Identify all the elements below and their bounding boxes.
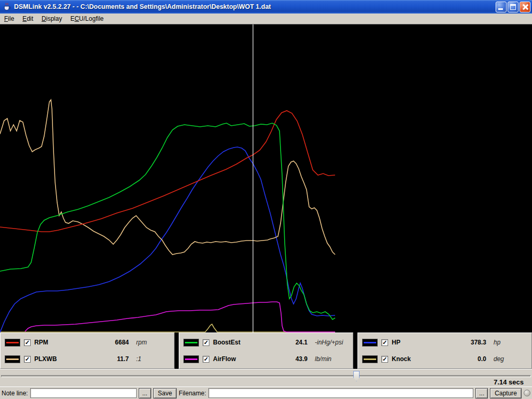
menu-display[interactable]: Display (37, 14, 66, 23)
hp-unit: hp (490, 339, 527, 346)
minimize-icon (498, 8, 503, 10)
airflow-swatch-icon (183, 355, 199, 363)
airflow-unit: lb/min (311, 355, 349, 363)
note-browse-button[interactable]: ... (139, 388, 151, 398)
legend-panel: ✓ RPM 6684 rpm ✓ PLXWB 11.7 :1 ✓ BoostEs… (0, 332, 532, 369)
airflow-value: 43.9 (296, 355, 308, 363)
close-icon (520, 2, 530, 12)
legend-row-hp: ✓ HP 378.3 hp (362, 335, 527, 350)
bottom-bar: Note line: ... Save Filename: ... Captur… (0, 387, 532, 399)
airflow-label: AirFlow (213, 355, 236, 363)
filename-label: Filename: (179, 390, 206, 397)
legend-row-knock: ✓ Knock 0.0 deg (362, 351, 527, 367)
slider-thumb[interactable] (353, 371, 360, 381)
hp-checkbox[interactable]: ✓ (381, 339, 388, 346)
check-icon: ✓ (204, 340, 208, 345)
rpm-value: 6684 (115, 339, 129, 346)
boostest-label: BoostEst (213, 339, 241, 346)
menu-file[interactable]: File (0, 14, 18, 23)
knock-checkbox[interactable]: ✓ (381, 356, 388, 363)
filename-input[interactable] (208, 388, 474, 398)
check-icon: ✓ (204, 356, 208, 362)
rpm-label: RPM (34, 339, 48, 346)
titlebar[interactable]: DSMLink v2.5.2.27 - - C:\Documents and S… (0, 0, 532, 14)
rpm-unit: rpm (132, 339, 170, 346)
menu-bar: FileEditDisplayECU/Logfile (0, 14, 532, 24)
filename-browse-button[interactable]: ... (475, 388, 488, 398)
maximize-icon (510, 4, 516, 10)
plxwb-label: PLXWB (34, 355, 57, 363)
rpm-checkbox[interactable]: ✓ (24, 339, 31, 346)
time-position-label: 7.14 secs (494, 378, 524, 386)
legend-group-1: ✓ RPM 6684 rpm ✓ PLXWB 11.7 :1 (0, 332, 175, 369)
airflow-checkbox[interactable]: ✓ (203, 356, 209, 363)
knock-unit: deg (490, 355, 527, 363)
knock-value: 0.0 (477, 355, 486, 363)
hp-value: 378.3 (471, 339, 486, 346)
boostest-value: 24.1 (296, 339, 308, 346)
chart-canvas[interactable] (0, 24, 532, 332)
check-icon: ✓ (382, 340, 387, 345)
java-app-icon (3, 2, 12, 11)
boostest-unit: -inHg/+psi (311, 339, 349, 346)
legend-row-boostest: ✓ BoostEst 24.1 -inHg/+psi (183, 335, 349, 350)
boostest-swatch-icon (183, 339, 199, 347)
plxwb-value: 11.7 (117, 355, 129, 363)
note-line-label: Note line: (2, 390, 28, 397)
rpm-swatch-icon (5, 339, 20, 347)
legend-row-plxwb: ✓ PLXWB 11.7 :1 (5, 351, 170, 367)
knock-label: Knock (392, 355, 411, 363)
legend-row-rpm: ✓ RPM 6684 rpm (5, 335, 170, 350)
menu-edit[interactable]: Edit (18, 14, 37, 23)
menu-ecu-logfile[interactable]: ECU/Logfile (66, 14, 108, 23)
close-button[interactable] (520, 2, 530, 12)
legend-group-3: ✓ HP 378.3 hp ✓ Knock 0.0 deg (357, 332, 532, 369)
legend-group-2: ✓ BoostEst 24.1 -inHg/+psi ✓ AirFlow 43.… (179, 332, 353, 369)
knock-swatch-icon (362, 355, 378, 363)
plxwb-checkbox[interactable]: ✓ (24, 356, 31, 363)
minimize-button[interactable] (496, 2, 507, 12)
check-icon: ✓ (25, 356, 30, 362)
window-title: DSMLink v2.5.2.27 - - C:\Documents and S… (14, 3, 495, 10)
plxwb-swatch-icon (5, 355, 20, 363)
timeline-slider[interactable]: 7.14 secs (0, 369, 532, 387)
trace-rpm (0, 111, 335, 232)
check-icon: ✓ (25, 340, 30, 345)
trace-boostest (0, 123, 335, 320)
maximize-button[interactable] (508, 2, 518, 12)
boostest-checkbox[interactable]: ✓ (203, 339, 209, 346)
check-icon: ✓ (382, 356, 387, 362)
app-window: DSMLink v2.5.2.27 - - C:\Documents and S… (0, 0, 532, 399)
legend-row-airflow: ✓ AirFlow 43.9 lb/min (183, 351, 349, 367)
plxwb-unit: :1 (132, 355, 170, 363)
capture-button[interactable]: Capture (490, 388, 522, 398)
hp-label: HP (392, 339, 401, 346)
trace-airflow (25, 302, 335, 332)
hp-swatch-icon (362, 339, 378, 347)
note-line-input[interactable] (30, 388, 137, 398)
save-button[interactable]: Save (153, 388, 177, 398)
capture-indicator-light (524, 390, 530, 396)
datalog-chart[interactable] (0, 24, 532, 332)
slider-track[interactable] (1, 375, 531, 377)
